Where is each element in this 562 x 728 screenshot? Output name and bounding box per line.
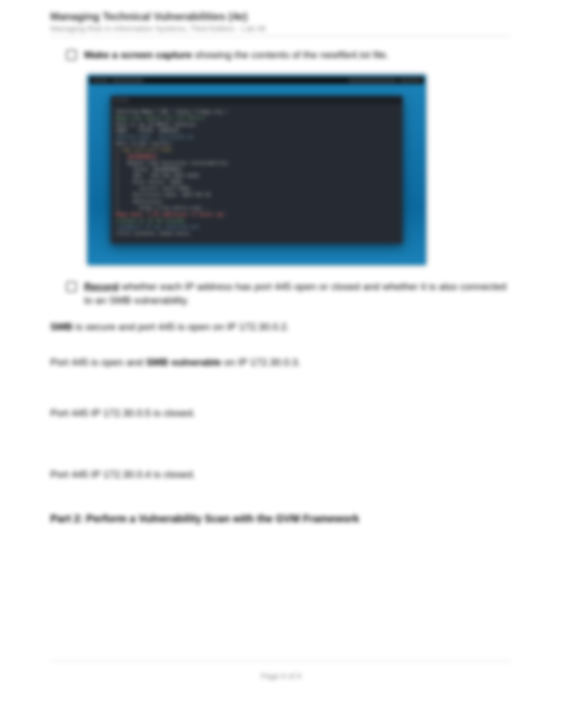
footer-rule: [50, 661, 512, 661]
terminal-line: | Disclosure date: 2017-03-14: [116, 192, 397, 198]
terminal-line: | References:: [116, 198, 397, 205]
document-page: Managing Technical Vulnerabilities (4e) …: [0, 0, 562, 728]
terminal-line: | smb-vuln-ms17-010:: [116, 147, 397, 153]
task-bold: Make a screen capture: [84, 49, 192, 60]
page-footer: Page 6 of 9: [0, 671, 562, 680]
terminal-line: | Risk factor: HIGH: [116, 179, 397, 185]
terminal-line: scanned in 12.34 seconds: [116, 217, 397, 224]
task-rest: showing the contents of the newfile4.txt…: [192, 49, 389, 60]
taskbar-item: [93, 78, 108, 83]
terminal-line: | servers (ms17-010).: [116, 185, 397, 192]
terminal-line: | Remote Code Execution vulnerability: [116, 160, 397, 166]
terminal-line: | IDs: CVE:CVE-2017-0143: [116, 172, 397, 179]
task-item-record: Record whether each IP address has port …: [66, 280, 512, 307]
finding-bold: SMB: [50, 321, 72, 332]
window-control-icon: [119, 98, 122, 102]
terminal-line: Starting Nmap 7.80 ( https://nmap.org ): [116, 108, 397, 115]
checkbox-icon: [66, 50, 77, 60]
taskbar-item: [349, 78, 396, 83]
terminal-line: root@kali:~# cat newfile4.txt: [116, 224, 397, 230]
finding-line: SMB is secure and port 445 is open on IP…: [50, 320, 512, 334]
finding-line: Port 445 is open and SMB vulnerable on I…: [50, 356, 512, 369]
checkbox-icon: [66, 281, 77, 292]
terminal-window: Starting Nmap 7.80 ( https://nmap.org )N…: [111, 96, 403, 244]
terminal-line: Host is up (0.0012s latency).: [116, 121, 397, 128]
finding-part: on IP 172.30.0.3.: [221, 357, 301, 368]
task-underline: Record: [84, 281, 119, 292]
taskbar-clock: [400, 78, 421, 83]
task-text: Make a screen capture showing the conten…: [84, 48, 389, 62]
task-item-screencap: Make a screen capture showing the conten…: [66, 48, 512, 62]
terminal-titlebar: [111, 96, 403, 104]
terminal-line: Nmap done: 3 IP addresses (3 hosts up): [116, 211, 397, 217]
desktop-area: Starting Nmap 7.80 ( https://nmap.org )N…: [89, 84, 424, 263]
finding-line: Port 445 IP 172.30.0.4 is closed.: [50, 468, 512, 481]
header-rule: [50, 36, 512, 37]
terminal-line: | VULNERABLE:: [116, 153, 397, 160]
terminal-line: | State: VULNERABLE: [116, 166, 397, 172]
finding-bold: SMB vulnerable: [146, 357, 222, 368]
header-subtitle: Managing Risk in Information Systems, Th…: [50, 24, 512, 33]
embedded-screenshot: Starting Nmap 7.80 ( https://nmap.org )N…: [87, 75, 426, 266]
window-control-icon: [124, 98, 128, 102]
terminal-line: Host script results:: [116, 140, 397, 147]
finding-part: Port 445 is open and: [50, 357, 146, 368]
terminal-output: Starting Nmap 7.80 ( https://nmap.org )N…: [111, 104, 403, 244]
taskbar-item: [112, 78, 143, 83]
terminal-line: | https://cve.mitre.org/...: [116, 205, 397, 211]
finding-line: Port 445 IP 172.30.0.5 is closed.: [50, 406, 512, 420]
window-control-icon: [114, 98, 117, 102]
finding-rest: is secure and port 445 is open on IP 172…: [72, 321, 289, 332]
desktop-frame: Starting Nmap 7.80 ( https://nmap.org )N…: [87, 75, 426, 266]
page-header: Managing Technical Vulnerabilities (4e) …: [50, 11, 512, 37]
task-text: Record whether each IP address has port …: [84, 280, 512, 307]
terminal-line: (file contents shown here): [116, 230, 397, 236]
header-title: Managing Technical Vulnerabilities (4e): [50, 11, 512, 23]
terminal-line: 445/tcp open microsoft-ds: [116, 134, 397, 140]
section-heading: Part 2: Perform a Vulnerability Scan wit…: [50, 513, 512, 525]
terminal-line: Nmap scan report for 172.30.0.2: [116, 115, 397, 121]
task-rest: whether each IP address has port 445 ope…: [84, 281, 506, 306]
taskbar: [89, 77, 424, 84]
terminal-line: PORT STATE SERVICE: [116, 128, 397, 134]
